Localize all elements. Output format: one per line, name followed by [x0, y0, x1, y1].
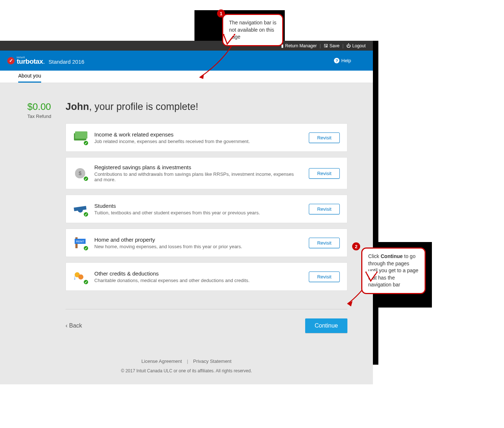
- refund-label: Tax Refund: [27, 114, 51, 119]
- help-link[interactable]: ? Help: [334, 58, 351, 63]
- tab-about-you[interactable]: About you: [18, 70, 41, 83]
- check-badge-icon: ✓: [83, 140, 89, 146]
- card-title: Registered savings plans & investments: [94, 164, 302, 170]
- headline-rest: , your profile is complete!: [89, 101, 198, 112]
- svg-marker-0: [200, 74, 204, 79]
- revisit-button[interactable]: Revisit: [309, 168, 340, 179]
- annotation-tail-1: [224, 35, 238, 45]
- brand-bar: ✓ intuit turbotax. Standard 2016 ? Help: [0, 51, 373, 71]
- user-name: John: [66, 101, 89, 112]
- check-badge-icon: ✓: [83, 176, 89, 182]
- annotation-text-2-bold: Continue: [381, 253, 403, 259]
- content-area: $0.00 Tax Refund John, your profile is c…: [0, 83, 373, 344]
- edition-label: Standard 2016: [48, 59, 84, 65]
- return-manager-label: Return Manager: [285, 43, 317, 48]
- card-desc: Job related income, expenses and benefit…: [94, 139, 302, 144]
- save-icon: 🖫: [324, 43, 328, 48]
- refund-amount: $0.00: [27, 101, 51, 112]
- check-badge-icon: ✓: [83, 211, 89, 217]
- tab-label: About you: [18, 73, 41, 79]
- license-link[interactable]: License Agreement: [141, 358, 182, 364]
- revisit-button[interactable]: Revisit: [309, 204, 340, 214]
- check-badge-icon: ✓: [83, 245, 89, 251]
- card-title: Students: [94, 203, 302, 209]
- app-window: ▮ Return Manager | 🖫 Save | ⏻ Logout ✓ i…: [0, 41, 373, 384]
- card-desc: Tuition, textbooks and other student exp…: [94, 210, 302, 215]
- return-manager-link[interactable]: ▮ Return Manager: [281, 43, 317, 48]
- continue-button[interactable]: Continue: [305, 318, 347, 333]
- logout-label: Logout: [352, 43, 366, 48]
- svg-rect-3: [367, 271, 376, 273]
- annotation-badge-2: 2: [352, 242, 360, 250]
- money-stack-icon: ✓: [73, 130, 88, 145]
- product-name: turbotax: [17, 58, 43, 65]
- revisit-button[interactable]: Revisit: [309, 238, 340, 248]
- card-other-credits: ↓✓ Other credits & deductions Charitable…: [66, 262, 347, 291]
- save-link[interactable]: 🖫 Save: [324, 43, 339, 48]
- footer-links: License Agreement | Privacy Statement: [0, 358, 373, 364]
- separator: |: [187, 358, 188, 364]
- card-students: ✓ Students Tuition, textbooks and other …: [66, 195, 347, 223]
- revisit-button[interactable]: Revisit: [309, 132, 340, 143]
- svg-rect-1: [224, 33, 234, 36]
- revisit-button[interactable]: Revisit: [309, 272, 340, 282]
- card-savings: $✓ Registered savings plans & investment…: [66, 157, 347, 189]
- help-icon: ?: [334, 58, 339, 63]
- graduation-cap-icon: ✓: [73, 202, 88, 216]
- privacy-link[interactable]: Privacy Statement: [193, 358, 232, 364]
- copyright: © 2017 Intuit Canada ULC or one of its a…: [0, 368, 373, 373]
- card-title: Income & work related expenses: [94, 131, 302, 138]
- card-home: ✓ Home and other property New home, movi…: [66, 229, 347, 257]
- card-title: Other credits & deductions: [94, 270, 302, 277]
- annotation-text-2-pre: Click: [368, 253, 381, 259]
- card-income: ✓ Income & work related expenses Job rel…: [66, 123, 347, 152]
- coins-icon: ↓✓: [73, 269, 88, 284]
- help-label: Help: [341, 58, 351, 63]
- rent-sign-icon: ✓: [73, 235, 88, 250]
- power-icon: ⏻: [346, 43, 351, 48]
- card-desc: New home, moving expenses, and losses fr…: [94, 244, 302, 249]
- annotation-callout-2: Click Continue to go through the pages u…: [361, 247, 426, 294]
- check-icon: ✓: [7, 57, 15, 64]
- brand-text-block: intuit turbotax. Standard 2016: [17, 56, 84, 66]
- separator: |: [320, 43, 321, 48]
- brand-logo-group: ✓ intuit turbotax. Standard 2016: [7, 56, 84, 66]
- annotation-badge-1: 1: [217, 9, 225, 17]
- check-badge-icon: ✓: [83, 279, 89, 285]
- utility-bar: ▮ Return Manager | 🖫 Save | ⏻ Logout: [0, 41, 373, 51]
- tab-bar: About you: [0, 71, 373, 83]
- footer: License Agreement | Privacy Statement © …: [0, 344, 373, 384]
- nav-row: ‹ Back Continue: [66, 309, 347, 333]
- page-headline: John, your profile is complete!: [66, 101, 347, 112]
- card-title: Home and other property: [94, 237, 302, 243]
- card-desc: Charitable donations, medical expenses a…: [94, 278, 302, 283]
- money-bag-icon: $✓: [73, 166, 88, 181]
- card-desc: Contributions to and withdrawals from sa…: [94, 171, 302, 182]
- separator: |: [342, 43, 343, 48]
- main-column: John, your profile is complete! ✓ Income…: [66, 101, 347, 333]
- back-link[interactable]: ‹ Back: [66, 322, 82, 329]
- logout-link[interactable]: ⏻ Logout: [346, 43, 366, 48]
- save-label: Save: [330, 43, 339, 48]
- annotation-tail-2: [364, 272, 379, 283]
- refund-summary: $0.00 Tax Refund: [27, 101, 51, 119]
